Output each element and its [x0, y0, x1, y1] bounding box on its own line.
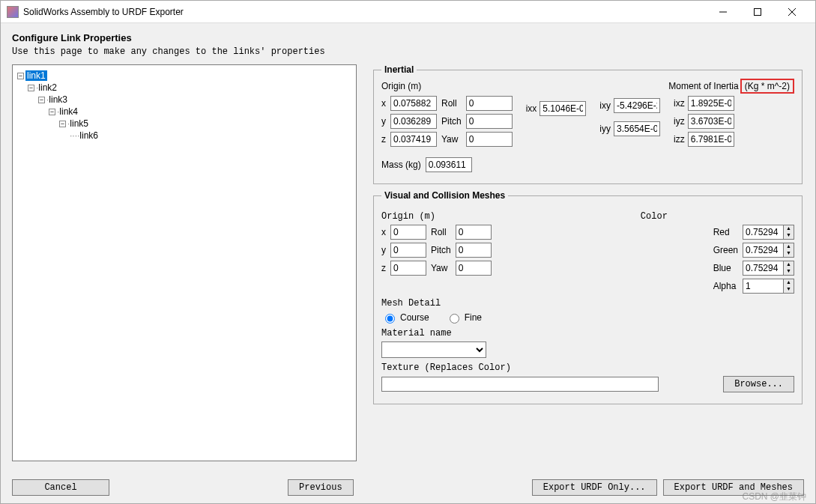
mesh-yaw-input[interactable] — [456, 261, 492, 276]
mass-input[interactable] — [426, 157, 472, 172]
tree-node-link5[interactable]: −·link5 — [17, 118, 351, 130]
ixz-input[interactable] — [688, 96, 734, 111]
iyz-input[interactable] — [688, 114, 734, 129]
link-tree[interactable]: −link1 −·link2 −·link3 −·link4 −·link5 ·… — [12, 64, 357, 461]
inertial-pitch-input[interactable] — [466, 114, 513, 129]
meshes-group: Visual and Collision Meshes Origin (m) x… — [373, 190, 803, 404]
tree-node-link3[interactable]: −·link3 — [17, 94, 351, 106]
collapse-icon[interactable]: − — [38, 97, 45, 103]
inertial-z-input[interactable] — [390, 132, 437, 147]
mesh-roll-input[interactable] — [456, 225, 492, 240]
mesh-detail-course[interactable]: Course — [381, 312, 429, 324]
mesh-pitch-input[interactable] — [456, 243, 492, 258]
red-spinner[interactable]: ▲▼ — [743, 225, 794, 240]
browse-button[interactable]: Browse... — [723, 376, 794, 392]
previous-button[interactable]: Previous — [288, 479, 354, 496]
mesh-z-input[interactable] — [390, 261, 426, 276]
tree-node-link6[interactable]: ····link6 — [17, 130, 351, 142]
collapse-icon[interactable]: − — [28, 85, 34, 91]
page-subtitle: Use this page to make any changes to the… — [12, 46, 804, 57]
origin-label: Origin (m) — [381, 81, 421, 91]
texture-input[interactable] — [381, 377, 659, 392]
down-arrow-icon: ▼ — [784, 232, 794, 239]
svg-rect-1 — [755, 8, 761, 15]
mesh-y-input[interactable] — [390, 243, 426, 258]
mesh-x-input[interactable] — [390, 225, 426, 240]
export-urdf-meshes-button[interactable]: Export URDF and Meshes — [663, 479, 804, 496]
ixx-input[interactable] — [540, 101, 586, 116]
tree-node-link2[interactable]: −·link2 — [17, 82, 351, 94]
ixy-input[interactable] — [614, 98, 660, 113]
collapse-icon[interactable]: − — [49, 109, 55, 115]
moi-unit-highlight: (Kg * m^-2) — [740, 79, 794, 94]
meshes-legend: Visual and Collision Meshes — [381, 190, 508, 201]
app-icon — [7, 6, 19, 18]
titlebar: SolidWorks Assembly to URDF Exporter — [1, 1, 815, 23]
up-arrow-icon: ▲ — [784, 225, 794, 232]
maximize-button[interactable] — [740, 1, 775, 23]
close-button[interactable] — [775, 1, 809, 23]
app-window: SolidWorks Assembly to URDF Exporter Con… — [0, 0, 816, 504]
minimize-button[interactable] — [706, 1, 740, 23]
inertial-x-input[interactable] — [390, 96, 437, 111]
inertial-group: Inertial Origin (m) Moment of Inertia(Kg… — [373, 64, 803, 184]
export-urdf-button[interactable]: Export URDF Only... — [532, 479, 657, 496]
tree-node-link4[interactable]: −·link4 — [17, 106, 351, 118]
material-select[interactable] — [381, 341, 486, 358]
inertial-yaw-input[interactable] — [466, 132, 513, 147]
footer: Cancel Previous Export URDF Only... Expo… — [12, 479, 804, 496]
mesh-detail-fine[interactable]: Fine — [446, 312, 482, 324]
inertial-roll-input[interactable] — [466, 96, 513, 111]
mass-label: Mass (kg) — [381, 160, 421, 170]
green-spinner[interactable]: ▲▼ — [743, 243, 794, 258]
content: Configure Link Properties Use this page … — [1, 23, 815, 467]
blue-spinner[interactable]: ▲▼ — [743, 261, 794, 276]
iyy-input[interactable] — [614, 121, 660, 136]
alpha-spinner[interactable]: ▲▼ — [743, 279, 794, 294]
page-title: Configure Link Properties — [12, 32, 804, 43]
collapse-icon[interactable]: − — [59, 121, 66, 127]
moi-label: Moment of Inertia(Kg * m^-2) — [668, 81, 794, 91]
window-title: SolidWorks Assembly to URDF Exporter — [23, 7, 706, 17]
inertial-legend: Inertial — [381, 64, 417, 75]
collapse-icon[interactable]: − — [17, 73, 24, 79]
tree-node-link1[interactable]: −link1 — [17, 70, 351, 82]
cancel-button[interactable]: Cancel — [12, 479, 109, 496]
izz-input[interactable] — [688, 132, 734, 147]
inertial-y-input[interactable] — [390, 114, 437, 129]
